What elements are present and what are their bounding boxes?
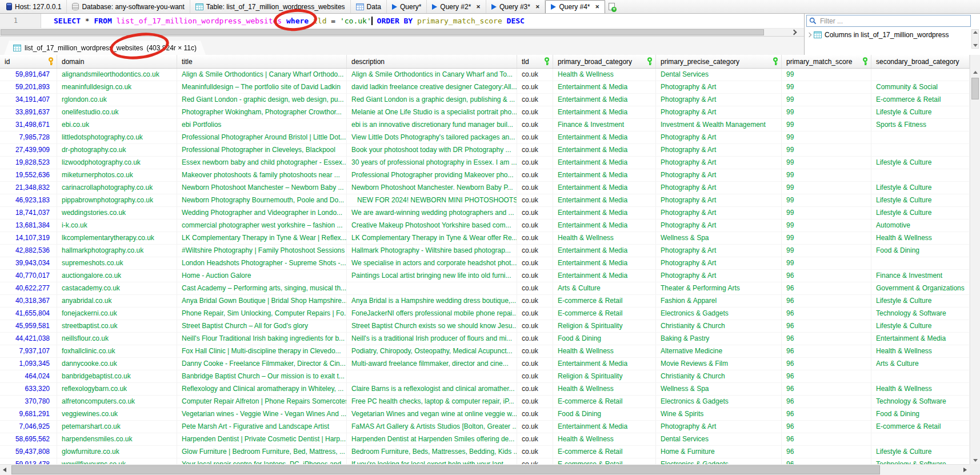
cell-primary_match_score[interactable]: 96 <box>782 320 871 333</box>
cell-title[interactable]: Red Giant London - graphic design, web d… <box>177 94 347 106</box>
cell-secondary_broad_category[interactable]: Health & Wellness <box>871 383 970 396</box>
cell-tld[interactable]: co.uk <box>517 69 553 81</box>
cell-title[interactable]: London Headshots Photographer - Supreme … <box>177 257 347 270</box>
cell-domain[interactable]: dannycooke.co.uk <box>57 358 177 370</box>
vertical-scrollbar-thumb[interactable] <box>971 78 979 99</box>
cell-title[interactable]: Vegetarian wines - Veggie Wine - Vegan W… <box>177 408 347 421</box>
cell-primary_broad_category[interactable]: Entertainment & Media <box>553 94 656 106</box>
cell-title[interactable]: Anya Bridal Gown Boutique | Bridal Shop … <box>177 295 347 308</box>
cell-primary_broad_category[interactable]: Entertainment & Media <box>553 131 656 144</box>
main-tab-query-#3-[interactable]: Query #3*✕ <box>486 0 546 13</box>
column-header-secondary_broad_category[interactable]: secondary_broad_category <box>871 55 970 68</box>
cell-primary_broad_category[interactable]: Entertainment & Media <box>553 245 656 257</box>
cell-id[interactable]: 45,959,581 <box>0 320 57 333</box>
cell-title[interactable]: Street Baptist Church – All for God's gl… <box>177 320 347 333</box>
cell-primary_precise_category[interactable]: Wellness & Spa <box>656 232 782 245</box>
cell-primary_precise_category[interactable]: Photography & Art <box>656 257 782 270</box>
cell-title[interactable]: Makeover photoshoots & family photoshoot… <box>177 169 347 182</box>
cell-title[interactable]: Your local repair centre for laptops, PC… <box>177 458 347 464</box>
cell-primary_precise_category[interactable]: Photography & Art <box>656 94 782 106</box>
cell-title[interactable]: Phone Repair, Sim Unlocking, Computer Re… <box>177 308 347 320</box>
scroll-up-icon[interactable] <box>973 31 978 34</box>
cell-description[interactable]: Creative Makeup Photoshoot Yorkshire bas… <box>347 219 517 232</box>
cell-primary_precise_category[interactable]: Photography & Art <box>656 144 782 157</box>
table-row[interactable]: 39,943,034supremeshots.co.ukLondon Heads… <box>0 257 970 270</box>
cell-primary_match_score[interactable]: 99 <box>782 207 871 219</box>
cell-primary_match_score[interactable]: 96 <box>782 408 871 421</box>
cell-description[interactable]: LK Complementary Therapy in Tyne & Wear … <box>347 232 517 245</box>
cell-domain[interactable]: alfretoncomputers.co.uk <box>57 396 177 408</box>
editor-scrollbar-thumb[interactable] <box>1 29 764 35</box>
cell-tld[interactable]: co.uk <box>517 245 553 257</box>
cell-secondary_broad_category[interactable]: E-commerce & Retail <box>871 421 970 433</box>
cell-primary_precise_category[interactable]: Photography & Art <box>656 106 782 119</box>
column-header-primary_match_score[interactable]: primary_match_score <box>782 55 871 68</box>
scroll-down-icon[interactable] <box>973 44 978 47</box>
cell-primary_broad_category[interactable]: Food & Dining <box>553 408 656 421</box>
cell-tld[interactable]: co.uk <box>517 157 553 169</box>
cell-primary_match_score[interactable]: 96 <box>782 446 871 458</box>
cell-secondary_broad_category[interactable]: Lifestyle & Culture <box>871 182 970 194</box>
cell-description[interactable]: david ladkin freelance creative designer… <box>347 81 517 94</box>
cell-tld[interactable]: co.uk <box>517 81 553 94</box>
cell-domain[interactable]: veggiewines.co.uk <box>57 408 177 421</box>
cell-id[interactable]: 59,437,808 <box>0 446 57 458</box>
cell-id[interactable]: 39,943,034 <box>0 257 57 270</box>
cell-domain[interactable]: rglondon.co.uk <box>57 94 177 106</box>
cell-primary_precise_category[interactable]: Electronics & Gadgets <box>656 458 782 464</box>
cell-domain[interactable]: lizwoodphotography.co.uk <box>57 157 177 169</box>
cell-primary_precise_category[interactable]: Photography & Art <box>656 421 782 433</box>
cell-secondary_broad_category[interactable]: Entertainment & Media <box>871 333 970 345</box>
cell-primary_broad_category[interactable]: Entertainment & Media <box>553 270 656 282</box>
cell-primary_match_score[interactable]: 99 <box>782 69 871 81</box>
cell-secondary_broad_category[interactable] <box>871 257 970 270</box>
cell-primary_broad_category[interactable]: E-commerce & Retail <box>553 396 656 408</box>
cell-title[interactable]: Cast Academy – Performing arts, singing,… <box>177 282 347 295</box>
cell-domain[interactable]: onelifestudio.co.uk <box>57 106 177 119</box>
cell-secondary_broad_category[interactable]: Technology & Software <box>871 458 970 464</box>
cell-domain[interactable]: petemarshart.co.uk <box>57 421 177 433</box>
cell-secondary_broad_category[interactable]: Technology & Software <box>871 396 970 408</box>
cell-primary_broad_category[interactable]: Entertainment & Media <box>553 207 656 219</box>
cell-primary_precise_category[interactable]: Photography & Art <box>656 219 782 232</box>
table-row[interactable]: 46,923,183pippabrownphotography.co.ukNew… <box>0 194 970 207</box>
cell-title[interactable]: Reflexology and Clinical aromatherapy in… <box>177 383 347 396</box>
filter-input[interactable] <box>819 17 968 26</box>
cell-primary_precise_category[interactable]: Theater & Performing Arts <box>656 282 782 295</box>
cell-primary_broad_category[interactable]: E-commerce & Retail <box>553 446 656 458</box>
cell-primary_precise_category[interactable]: Photography & Art <box>656 207 782 219</box>
cell-primary_broad_category[interactable]: Religion & Spirituality <box>553 320 656 333</box>
main-tab-data[interactable]: Data <box>351 0 387 13</box>
grid-vertical-scrollbar[interactable] <box>970 55 980 464</box>
cell-domain[interactable]: hallmarkphotography.co.uk <box>57 245 177 257</box>
table-row[interactable]: 633,320reflexologybarn.co.ukReflexology … <box>0 383 970 396</box>
cell-description[interactable]: Neill's is a traditional Irish producer … <box>347 333 517 345</box>
cell-id[interactable]: 18,741,037 <box>0 207 57 219</box>
cell-id[interactable]: 370,780 <box>0 396 57 408</box>
cell-id[interactable]: 19,828,523 <box>0 157 57 169</box>
sidebar-scrollbar[interactable] <box>971 29 979 49</box>
sidebar-item-columns[interactable]: Columns in list_of_17_million_wordpress <box>807 31 970 39</box>
cell-domain[interactable]: dr-photography.co.uk <box>57 144 177 157</box>
filter-box[interactable] <box>806 15 971 27</box>
cell-description[interactable]: If you're looking for local expert help … <box>347 458 517 464</box>
cell-id[interactable]: 464,024 <box>0 370 57 383</box>
cell-title[interactable]: Align & Smile Orthodontics | Canary Whar… <box>177 69 347 81</box>
cell-tld[interactable]: co.uk <box>517 320 553 333</box>
cell-domain[interactable]: littledotsphotography.co.uk <box>57 131 177 144</box>
cell-id[interactable]: 40,318,367 <box>0 295 57 308</box>
cell-description[interactable]: FaMAS Art Gallery & Artists Studios [Bol… <box>347 421 517 433</box>
horizontal-scrollbar-thumb[interactable] <box>11 465 880 474</box>
cell-id[interactable]: 1,093,345 <box>0 358 57 370</box>
table-row[interactable]: 34,191,407rglondon.co.ukRed Giant London… <box>0 94 970 106</box>
cell-primary_precise_category[interactable]: Dental Services <box>656 69 782 81</box>
cell-tld[interactable]: co.uk <box>517 282 553 295</box>
cell-secondary_broad_category[interactable]: Lifestyle & Culture <box>871 106 970 119</box>
cell-title[interactable]: Professional Photographer in Cleveleys, … <box>177 144 347 157</box>
cell-primary_precise_category[interactable]: Electronics & Gadgets <box>656 308 782 320</box>
cell-description[interactable]: Free PC health checks, laptop & computer… <box>347 396 517 408</box>
cell-id[interactable]: 9,681,291 <box>0 408 57 421</box>
cell-description[interactable]: We specialise in actors and corporate he… <box>347 257 517 270</box>
cell-secondary_broad_category[interactable] <box>871 433 970 446</box>
cell-tld[interactable]: co.uk <box>517 408 553 421</box>
